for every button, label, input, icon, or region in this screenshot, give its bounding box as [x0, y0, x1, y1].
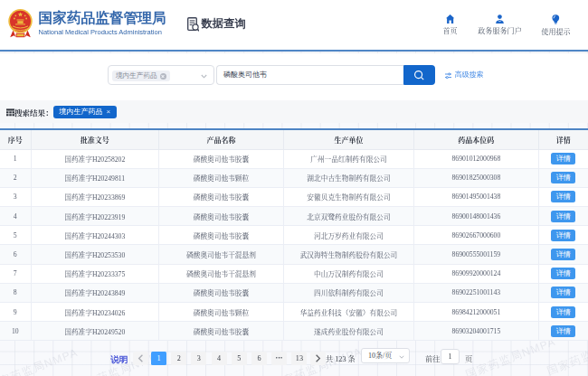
table-row: 7国药准字H20233375磷酸奥司他韦干混悬剂中山万汉制药有限公司869099… [0, 264, 588, 283]
cell-product: 磷酸奥司他韦胶囊 [159, 149, 284, 168]
search-icon [413, 70, 425, 81]
filter-tag[interactable]: 境内生产药品 × [53, 106, 118, 119]
cell-code: 86903204001715 [414, 322, 539, 341]
cell-detail: 详情 [538, 245, 588, 264]
note-link[interactable]: 说明 [111, 354, 128, 366]
cell-manufacturer: 河北万岁药业有限公司 [284, 226, 414, 245]
col-index: 序号 [0, 130, 31, 149]
cell-manufacturer: 中山万汉制药有限公司 [284, 264, 414, 283]
detail-button[interactable]: 详情 [551, 306, 575, 318]
grid-icon [6, 104, 14, 120]
cell-product: 磷酸奥司他韦胶囊 [159, 207, 284, 226]
cell-code: 86901495001438 [414, 187, 539, 206]
next-page-button[interactable] [310, 352, 326, 366]
pager-ellipsis[interactable]: ••• [271, 352, 287, 366]
cell-approval: 国药准字H20249811 [31, 168, 159, 187]
total-count: 共 123 条 [326, 352, 356, 366]
cell-detail: 详情 [538, 283, 588, 302]
cell-manufacturer: 华益药业科技（安徽）有限公司 [284, 303, 414, 322]
detail-button[interactable]: 详情 [551, 211, 575, 222]
cell-approval: 国药准字H20234026 [31, 303, 159, 322]
page-button-13[interactable]: 13 [291, 352, 307, 366]
results-band: 搜索结果： 境内生产药品 × [0, 100, 588, 123]
cell-approval: 国药准字H20249520 [31, 322, 159, 341]
table-row: 2国药准字H20249811磷酸奥司他韦颗粒湖北中古生物制药有限公司869018… [0, 168, 588, 187]
advanced-search-label: 高级搜索 [455, 70, 484, 80]
cell-approval: 国药准字H20233869 [31, 187, 159, 206]
goto-label: 前往 [425, 352, 440, 366]
cell-code: 86900148001436 [414, 207, 539, 226]
cell-product: 磷酸奥司他韦胶囊 [159, 283, 284, 302]
cell-manufacturer: 遂成药业股份有限公司 [284, 322, 414, 341]
table-header-row: 序号 批准文号 产品名称 生产单位 药品本位码 详情 [0, 130, 588, 149]
detail-button[interactable]: 详情 [551, 172, 575, 183]
cell-manufacturer: 广州一品红制药有限公司 [284, 149, 414, 168]
cell-approval: 国药准字H20223919 [31, 207, 159, 226]
cell-index: 9 [0, 303, 31, 322]
table-row: 9国药准字H20234026磷酸奥司他韦颗粒华益药业科技（安徽）有限公司8698… [0, 303, 588, 322]
page-button-2[interactable]: 2 [171, 352, 186, 366]
cell-manufacturer: 武汉海特生物制药股份有限公司 [284, 245, 414, 264]
chevron-down-icon [201, 73, 207, 80]
detail-button[interactable]: 详情 [551, 191, 575, 202]
results-label: 搜索结果： [14, 107, 53, 118]
detail-button[interactable]: 详情 [551, 153, 575, 164]
col-detail: 详情 [538, 130, 588, 149]
page-button-6[interactable]: 6 [251, 352, 267, 366]
detail-button[interactable]: 详情 [551, 230, 575, 241]
pagination-bar: 说明 123456•••13 共 123 条 10条/页 前往 1 页 [0, 348, 588, 370]
search-button[interactable] [403, 65, 435, 85]
cell-product: 磷酸奥司他韦胶囊 [159, 322, 284, 341]
cell-detail: 详情 [538, 187, 588, 206]
advanced-search-link[interactable]: 高级搜索 [445, 67, 484, 83]
table-row: 4国药准字H20223919磷酸奥司他韦胶囊北京双鹭药业股份有限公司869001… [0, 207, 588, 226]
tag-close-icon[interactable] [160, 73, 166, 80]
cell-product: 磷酸奥司他韦颗粒 [159, 303, 284, 322]
page-size-select[interactable]: 10条/页 [361, 348, 410, 363]
table-row: 8国药准字H20243849磷酸奥司他韦胶囊四川依科制药有限公司86902251… [0, 283, 588, 302]
filter-icon [445, 67, 451, 83]
home-icon [446, 14, 455, 24]
cell-detail: 详情 [538, 303, 588, 322]
cell-index: 10 [0, 322, 31, 341]
detail-button[interactable]: 详情 [551, 287, 575, 298]
cell-index: 2 [0, 168, 31, 187]
detail-button[interactable]: 详情 [551, 325, 575, 337]
col-product: 产品名称 [159, 130, 284, 149]
table-row: 1国药准字H20258202磷酸奥司他韦胶囊广州一品红制药有限公司8690101… [0, 149, 588, 168]
page-button-4[interactable]: 4 [212, 352, 227, 366]
cell-detail: 详情 [538, 264, 588, 283]
cell-code: 86902251001143 [414, 283, 539, 302]
page-button-5[interactable]: 5 [232, 352, 247, 366]
col-approval: 批准文号 [31, 130, 159, 149]
page-button-3[interactable]: 3 [191, 352, 206, 366]
cell-code: 86901012000968 [414, 149, 539, 168]
cell-index: 5 [0, 226, 31, 245]
col-manufacturer: 生产单位 [284, 130, 414, 149]
cell-detail: 详情 [538, 207, 588, 226]
cell-product: 磷酸奥司他韦胶囊 [159, 226, 284, 245]
nav-usage-tips[interactable]: 使用提示 [541, 14, 570, 36]
top-navigation: 首页 政务服务门户 使用提示 [0, 0, 588, 52]
prev-page-button[interactable] [133, 352, 148, 366]
nav-home[interactable]: 首页 [442, 14, 457, 35]
goto-page-input[interactable]: 1 [441, 349, 460, 364]
page-size-value: 10条/页 [368, 352, 392, 360]
detail-button[interactable]: 详情 [551, 249, 575, 260]
search-input-value: 磷酸奥司他韦 [217, 66, 403, 84]
cell-code: 86901825000308 [414, 168, 539, 187]
cell-index: 4 [0, 207, 31, 226]
nav-usage-tips-label: 使用提示 [541, 26, 570, 36]
filter-tag-close-icon[interactable]: × [107, 108, 111, 116]
category-select[interactable]: 境内生产药品 [108, 65, 214, 85]
cell-product: 磷酸奥司他韦干混悬剂 [159, 245, 284, 264]
table-row: 3国药准字H20233869磷酸奥司他韦胶囊安徽贝克生物制药有限公司869014… [0, 187, 588, 206]
cell-approval: 国药准字H20253530 [31, 245, 159, 264]
nav-gov-portal[interactable]: 政务服务门户 [478, 14, 522, 35]
cell-manufacturer: 湖北中古生物制药有限公司 [284, 168, 414, 187]
filter-tag-label: 境内生产药品 [60, 107, 103, 117]
detail-button[interactable]: 详情 [551, 268, 575, 279]
page-button-1[interactable]: 1 [151, 352, 166, 366]
cell-detail: 详情 [538, 149, 588, 168]
search-input[interactable]: 磷酸奥司他韦 [216, 65, 403, 85]
